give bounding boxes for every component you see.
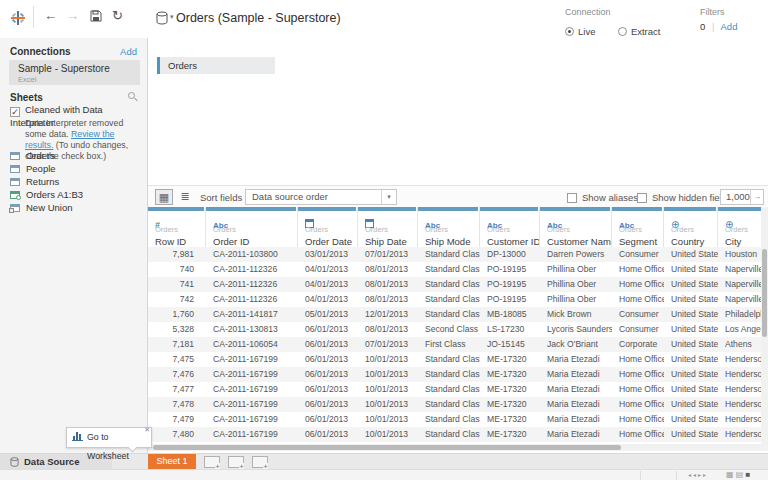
row-count-input[interactable]: 1,000 → [720, 189, 764, 205]
show-hidden-fields-checkbox[interactable]: Show hidden fields [637, 192, 732, 203]
go-to-worksheet-tooltip[interactable]: Go to Worksheet ✕ [66, 427, 152, 448]
sheet-item-orders[interactable]: Orders [10, 150, 146, 163]
filters-label: Filters [700, 7, 737, 17]
column-header-ship-mode[interactable]: AbcOrdersShip Mode [418, 207, 480, 247]
sheet-item-new-union[interactable]: New Union [10, 202, 146, 215]
status-divider [640, 471, 641, 480]
show-tabs-icon[interactable]: ■ [746, 470, 751, 479]
table-cell: 5,328 [148, 322, 206, 337]
horizontal-scrollbar[interactable] [148, 444, 768, 451]
horizontal-scrollbar-thumb[interactable] [153, 445, 621, 450]
sheet-sorter-icon[interactable]: ▦ [726, 470, 734, 479]
filters-count: 0 [700, 21, 705, 32]
table-cell: ME-17320 [480, 367, 540, 382]
table-cell: United States [664, 412, 718, 427]
column-source: Orders [365, 225, 417, 234]
table-cell: Standard Class [418, 352, 480, 367]
new-story-button[interactable] [252, 456, 268, 468]
table-cell: Athens [718, 337, 766, 352]
table-row: 7,475CA-2011-16719906/01/201310/01/2013S… [148, 352, 768, 367]
column-header-order-id[interactable]: AbcOrdersOrder ID [206, 207, 298, 247]
table-cell: MB-18085 [480, 307, 540, 322]
sheet-item-people[interactable]: People [10, 163, 146, 176]
column-header-customer-id[interactable]: AbcOrdersCustomer ID [480, 207, 540, 247]
datasource-menu-caret-icon[interactable]: ▾ [170, 13, 174, 21]
filters-add-button[interactable]: Add [721, 21, 738, 32]
connection-item-sample-superstore[interactable]: Sample - Superstore Excel [9, 60, 140, 85]
table-cell: 741 [148, 277, 206, 292]
column-header-order-date[interactable]: OrdersOrder Date [298, 207, 358, 247]
table-icon [10, 165, 20, 173]
column-header-country[interactable]: ⊕OrdersCountry [664, 207, 718, 247]
table-cell: PO-19195 [480, 262, 540, 277]
show-aliases-checkbox[interactable]: Show aliases [567, 192, 638, 203]
datasource-title[interactable]: Orders (Sample - Superstore) [176, 11, 341, 25]
table-cell: 7,480 [148, 427, 206, 442]
table-cell: 7,181 [148, 337, 206, 352]
table-cell: Standard Class [418, 412, 480, 427]
sheet-item-returns[interactable]: Returns [10, 176, 146, 189]
chevron-down-icon: ▾ [381, 190, 396, 204]
column-header-row-id[interactable]: #OrdersRow ID [148, 207, 206, 247]
back-button[interactable]: ← [44, 8, 57, 23]
table-cell: Mick Brown [540, 307, 612, 322]
save-button[interactable] [90, 10, 102, 25]
tab-sheet-1[interactable]: Sheet 1 [148, 454, 196, 469]
join-canvas: Orders [148, 38, 768, 185]
column-source: Orders [305, 225, 357, 234]
refresh-button[interactable]: ↻ [112, 8, 123, 23]
table-cell: Consumer [612, 247, 664, 262]
sheet-item-label: People [26, 163, 56, 174]
table-cell: 03/01/2013 [298, 247, 358, 262]
connections-heading: Connections [10, 46, 71, 57]
table-cell: PO-19195 [480, 277, 540, 292]
new-worksheet-button[interactable] [204, 456, 220, 468]
column-name: Customer ID [487, 236, 539, 247]
table-cell: United States [664, 307, 718, 322]
table-chip-orders[interactable]: Orders [157, 57, 275, 74]
radio-extract[interactable]: Extract [618, 21, 661, 38]
database-icon[interactable] [156, 11, 168, 29]
table-cell: Maria Etezadi [540, 382, 612, 397]
column-name: Segment [619, 236, 663, 247]
vertical-scrollbar-thumb[interactable] [762, 249, 767, 337]
table-cell: Henderson [718, 367, 766, 382]
table-cell: CA-2011-167199 [206, 382, 298, 397]
connection-name: Sample - Superstore [18, 63, 140, 74]
new-dashboard-button[interactable] [228, 456, 244, 468]
table-cell: United States [664, 427, 718, 442]
table-cell: 10/01/2013 [358, 397, 418, 412]
column-header-ship-date[interactable]: OrdersShip Date [358, 207, 418, 247]
column-name: City [725, 236, 765, 247]
sheet-item-label: Orders A1:B3 [26, 189, 83, 200]
sheet-item-orders-a1-b3[interactable]: Orders A1:B3 [10, 189, 146, 202]
table-row: 5,328CA-2011-13081306/01/201308/01/2013S… [148, 322, 768, 337]
metadata-view-button[interactable]: ≣ [176, 189, 194, 205]
sheets-heading: Sheets [10, 92, 43, 103]
table-cell: 06/01/2013 [298, 352, 358, 367]
column-source: Orders [425, 225, 479, 234]
table-cell: Second Class [418, 322, 480, 337]
sheet-pager[interactable]: ◂◂▸▸ [688, 471, 708, 478]
column-source: Orders [487, 225, 539, 234]
radio-live[interactable]: Live [565, 21, 595, 38]
grid-view-button[interactable]: ▦ [155, 189, 173, 205]
forward-button[interactable]: → [66, 8, 79, 23]
table-cell: Consumer [612, 322, 664, 337]
vertical-scrollbar[interactable] [761, 207, 768, 444]
table-cell: DP-13000 [480, 247, 540, 262]
filmstrip-icon[interactable]: ▤ [736, 470, 744, 479]
column-header-customer-name[interactable]: AbcOrdersCustomer Name [540, 207, 612, 247]
table-cell: Phillina Ober [540, 292, 612, 307]
table-cell: 7,476 [148, 367, 206, 382]
grid-toolbar: ▦ ≣ Sort fields Data source order ▾ Show… [148, 185, 768, 207]
table-cell: Houston [718, 247, 766, 262]
add-connection-button[interactable]: Add [120, 46, 137, 57]
column-header-city[interactable]: ⊕OrdersCity [718, 207, 766, 247]
sort-fields-select[interactable]: Data source order ▾ [245, 189, 397, 205]
row-count-apply-icon[interactable]: → [750, 190, 763, 204]
search-icon[interactable] [128, 92, 135, 99]
close-icon[interactable]: ✕ [144, 426, 150, 433]
column-header-segment[interactable]: AbcOrdersSegment [612, 207, 664, 247]
table-cell: 1,760 [148, 307, 206, 322]
